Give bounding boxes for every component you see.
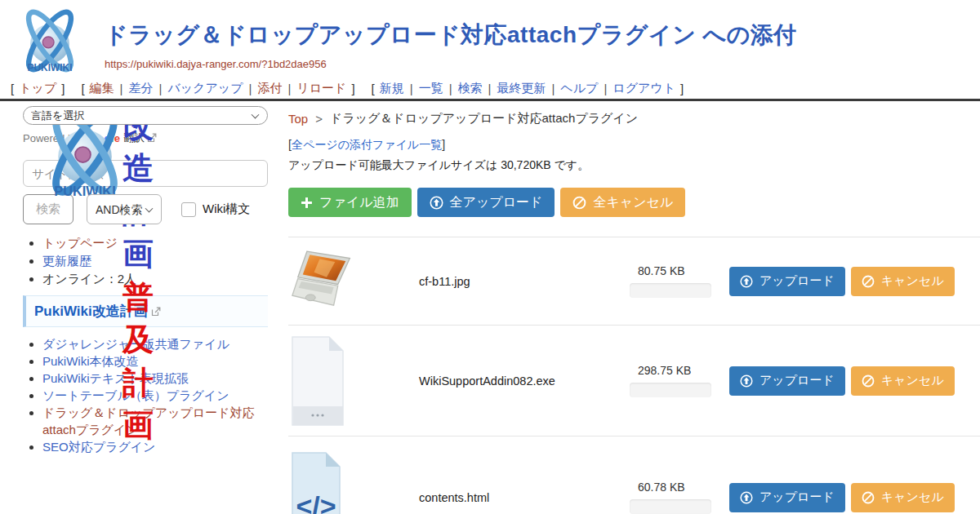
table-row: cf-b11.jpg 80.75 KB アップロード bbox=[288, 237, 980, 326]
bulk-actions: ファイル追加 全アップロード 全キャンセル bbox=[288, 188, 980, 217]
main-content: Top > ドラッグ＆ドロップアップロード対応attachプラグイン [全ページ… bbox=[282, 101, 980, 514]
list-item: ドラッグ＆ドロップアップロード対応attachプラグイン bbox=[42, 404, 268, 438]
upload-button[interactable]: アップロード bbox=[729, 366, 845, 396]
banner-fukyuu-text: 普及計画 bbox=[122, 276, 155, 447]
breadcrumb-home-link[interactable]: Top bbox=[288, 112, 308, 126]
svg-text:PUKIWIKI: PUKIWIKI bbox=[27, 62, 72, 73]
ban-icon bbox=[862, 491, 875, 504]
svg-text:</>: </> bbox=[296, 490, 336, 514]
nav-list[interactable]: 一覧 bbox=[419, 81, 443, 96]
nav-new[interactable]: 新規 bbox=[380, 81, 404, 96]
sidebar-link-text-extension[interactable]: PukiWikiテキスト表現拡張 bbox=[42, 371, 189, 385]
attach-list-line: [全ページの添付ファイル一覧] bbox=[288, 138, 980, 153]
list-item: PukiWiki本体改造 bbox=[42, 352, 268, 370]
list-item: ソートテーブル（表）プラグイン bbox=[42, 387, 268, 404]
list-item: ダジャレンジャー版共通ファイル bbox=[42, 335, 268, 352]
nav-help[interactable]: ヘルプ bbox=[560, 81, 598, 96]
upload-circle-icon bbox=[740, 275, 753, 288]
sidebar-link-top-page[interactable]: トップページ bbox=[42, 236, 118, 250]
nav-attach[interactable]: 添付 bbox=[257, 81, 282, 96]
table-row: </> contents.html 60.78 KB アップロード bbox=[288, 436, 980, 514]
pukiwiki-logo[interactable]: PUKIWIKI bbox=[8, 3, 91, 78]
page-url: https://pukiwiki.dajya-ranger.com/?1bd2d… bbox=[105, 58, 980, 70]
upload-circle-icon bbox=[430, 196, 443, 210]
nav-backup[interactable]: バックアップ bbox=[167, 81, 243, 96]
banner-kaizou-text: 改造計画 bbox=[122, 104, 155, 276]
top-nav: [ トップ ] [ 編集 | 差分 | バックアップ | 添付 | リロード ]… bbox=[0, 78, 980, 99]
file-size: 80.75 KB bbox=[638, 264, 729, 277]
upload-progress-bar bbox=[630, 499, 711, 514]
language-select-wrap: 言語を選択 bbox=[23, 106, 268, 125]
file-size: 298.75 KB bbox=[638, 364, 729, 377]
ban-icon bbox=[862, 374, 875, 388]
add-files-button[interactable]: ファイル追加 bbox=[288, 188, 412, 217]
all-attachments-link[interactable]: 全ページの添付ファイル一覧 bbox=[292, 138, 442, 151]
file-generic-icon bbox=[292, 333, 344, 429]
nav-recent[interactable]: 最終更新 bbox=[497, 81, 546, 96]
nav-top[interactable]: トップ bbox=[19, 81, 56, 96]
site-header: PUKIWIKI ドラッグ＆ドロップアップロード対応attachプラグイン への… bbox=[0, 0, 980, 78]
ban-icon bbox=[862, 275, 875, 288]
upload-circle-icon bbox=[740, 491, 753, 504]
upload-circle-icon bbox=[740, 374, 753, 388]
max-filesize-note: アップロード可能最大ファイルサイズは 30,720KB です。 bbox=[288, 158, 980, 173]
file-name: cf-b11.jpg bbox=[419, 275, 630, 288]
breadcrumb: Top > ドラッグ＆ドロップアップロード対応attachプラグイン bbox=[288, 111, 980, 126]
wiki-syntax-checkbox[interactable] bbox=[181, 202, 196, 217]
atom-logo-icon: PUKIWIKI bbox=[8, 3, 91, 78]
wiki-syntax-label: Wiki構文 bbox=[203, 202, 250, 217]
sidebar-link-update-history[interactable]: 更新履歴 bbox=[42, 254, 91, 268]
upload-progress-bar bbox=[630, 383, 711, 397]
breadcrumb-current: ドラッグ＆ドロップアップロード対応attachプラグイン bbox=[330, 111, 638, 126]
sidebar: PUKIWIKI 改造計画 普及計画 言語を選択 Powered by Goog… bbox=[0, 101, 282, 514]
nav-logout[interactable]: ログアウト bbox=[612, 81, 675, 96]
upload-progress-bar bbox=[630, 283, 711, 298]
cancel-all-button[interactable]: 全キャンセル bbox=[560, 188, 685, 217]
ban-icon bbox=[572, 196, 586, 210]
file-size: 60.78 KB bbox=[638, 481, 729, 494]
nav-diff[interactable]: 差分 bbox=[128, 81, 153, 96]
file-name: contents.html bbox=[419, 491, 630, 504]
upload-button[interactable]: アップロード bbox=[729, 267, 845, 296]
page-title: ドラッグ＆ドロップアップロード対応attachプラグイン への添付 bbox=[105, 20, 980, 51]
nav-edit[interactable]: 編集 bbox=[90, 81, 114, 96]
table-row: WikiSupportAddin082.exe 298.75 KB アップロード bbox=[288, 326, 980, 436]
nav-search[interactable]: 検索 bbox=[458, 81, 483, 96]
list-item: PukiWikiテキスト表現拡張 bbox=[42, 370, 268, 387]
nav-reload[interactable]: リロード bbox=[296, 81, 346, 96]
search-mode-select[interactable]: AND検索 bbox=[87, 194, 162, 224]
language-select[interactable]: 言語を選択 bbox=[23, 106, 268, 125]
list-item: 更新履歴 bbox=[42, 252, 268, 269]
file-html-icon: </> bbox=[292, 452, 341, 514]
list-item: オンライン：2人 bbox=[42, 270, 268, 287]
list-item: SEO対応プラグイン bbox=[42, 438, 268, 455]
list-item: トップページ bbox=[42, 234, 268, 251]
upload-all-button[interactable]: 全アップロード bbox=[417, 188, 555, 217]
upload-button[interactable]: アップロード bbox=[729, 483, 845, 512]
file-name: WikiSupportAddin082.exe bbox=[419, 374, 630, 388]
cancel-button[interactable]: キャンセル bbox=[851, 267, 955, 296]
plus-icon bbox=[301, 197, 313, 209]
upload-file-list: cf-b11.jpg 80.75 KB アップロード bbox=[288, 237, 980, 514]
cancel-button[interactable]: キャンセル bbox=[851, 366, 955, 396]
cancel-button[interactable]: キャンセル bbox=[851, 483, 955, 512]
laptop-photo-thumbnail bbox=[292, 246, 362, 317]
